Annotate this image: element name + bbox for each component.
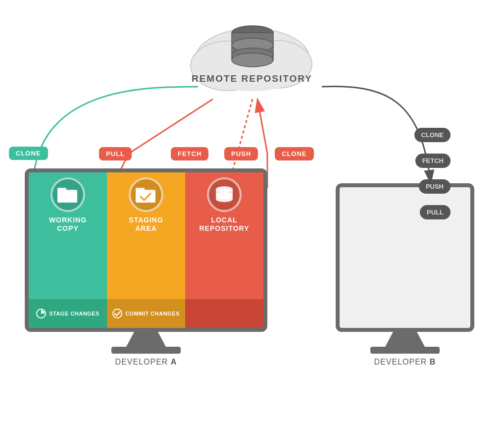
monitor-a-body: WORKING COPY STAGE CHANGES — [25, 168, 267, 332]
commit-changes-strip: COMMIT CHANGES — [107, 299, 185, 328]
remote-repository-label: REMOTE REPOSITORY — [192, 73, 312, 84]
stage-changes-label: STAGE CHANGES — [49, 311, 100, 317]
working-copy-label: WORKING COPY — [49, 216, 87, 233]
local-repo-area: LOCAL REPOSITORY — [185, 172, 263, 328]
staging-icon-circle — [129, 177, 163, 212]
commit-icon — [112, 309, 122, 319]
working-copy-icon-circle — [50, 177, 85, 212]
monitor-a-button — [139, 330, 153, 332]
monitor-a-base — [111, 347, 181, 354]
dev-b-push-badge: PUSH — [419, 179, 451, 194]
dev-b-fetch-badge: FETCH — [415, 154, 451, 168]
developer-a-monitor: WORKING COPY STAGE CHANGES — [25, 168, 267, 367]
working-copy-area: WORKING COPY STAGE CHANGES — [29, 172, 107, 328]
clone-left-badge: CLONE — [9, 147, 48, 160]
monitor-b-stand — [385, 332, 425, 347]
local-repo-label: LOCAL REPOSITORY — [199, 216, 249, 233]
monitor-b-button — [398, 330, 412, 332]
push-badge: PUSH — [224, 147, 258, 160]
folder-icon — [57, 186, 78, 204]
svg-point-9 — [232, 26, 273, 40]
svg-rect-10 — [232, 33, 273, 60]
svg-point-29 — [216, 196, 233, 202]
diagram-container: REMOTE REPOSITORY — [0, 0, 504, 425]
local-repo-icon-circle — [207, 177, 242, 212]
svg-point-25 — [113, 309, 122, 318]
dev-b-pull-badge: PULL — [420, 205, 451, 219]
screen-areas: WORKING COPY STAGE CHANGES — [29, 172, 263, 328]
stage-changes-strip: STAGE CHANGES — [29, 299, 107, 328]
monitor-b-base — [370, 347, 440, 354]
svg-point-11 — [232, 38, 273, 52]
staging-folder-icon — [136, 186, 156, 204]
svg-rect-19 — [57, 192, 77, 203]
dev-b-clone-badge: CLONE — [414, 128, 451, 142]
monitor-a-stand — [126, 332, 166, 347]
local-bottom-strip — [185, 299, 263, 328]
developer-b-monitor: DEVELOPER B — [336, 183, 474, 367]
stage-icon — [36, 309, 46, 319]
svg-rect-23 — [136, 192, 155, 203]
svg-rect-20 — [57, 188, 66, 193]
fetch-badge: FETCH — [171, 147, 208, 160]
monitor-b-body — [336, 183, 474, 332]
monitor-a-screen: WORKING COPY STAGE CHANGES — [29, 172, 263, 328]
local-db-icon — [214, 185, 235, 204]
svg-point-13 — [232, 53, 273, 67]
developer-a-label: DEVELOPER A — [115, 358, 177, 367]
staging-area-label: STAGING AREA — [129, 216, 163, 233]
svg-point-12 — [232, 48, 273, 62]
monitor-b-screen — [340, 187, 470, 328]
clone-right-badge: CLONE — [275, 147, 314, 160]
developer-b-label: DEVELOPER B — [374, 358, 436, 367]
commit-changes-label: COMMIT CHANGES — [125, 311, 180, 317]
svg-point-8 — [203, 53, 302, 91]
svg-rect-24 — [136, 188, 145, 193]
staging-area: STAGING AREA COMMIT CHANGES — [107, 172, 185, 328]
pull-badge: PULL — [99, 147, 132, 160]
